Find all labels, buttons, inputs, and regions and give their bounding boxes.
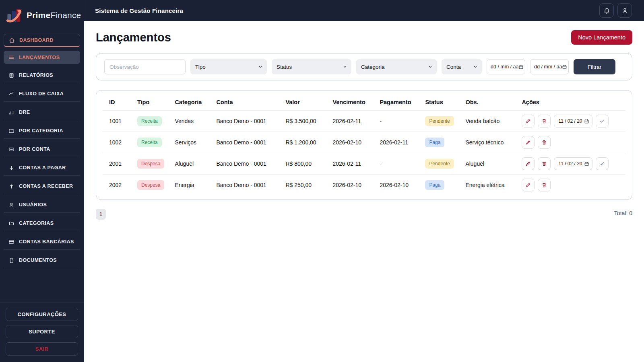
delete-button[interactable] [538,136,551,149]
trash-icon [541,140,547,145]
pay-date-value: 11 / 02 / 20 [558,161,582,167]
type-badge: Despesa [137,159,164,169]
account-select-value: Conta [446,64,461,70]
delete-button[interactable] [538,179,551,191]
filter-button[interactable]: Filtrar [574,59,615,74]
topbar-actions [599,3,632,18]
delete-button[interactable] [538,157,551,170]
trash-icon [541,161,547,167]
sidebar-item-label: CONTAS A PAGAR [19,165,66,171]
sidebar-item-relatorios[interactable]: RELATÓRIOS [4,68,80,83]
pencil-icon [525,182,531,188]
cell-conta: Banco Demo - 0001 [210,132,279,153]
col-obs: Obs. [459,93,515,111]
cell-id: 1001 [103,111,131,132]
chevron-down-icon [343,64,347,69]
status-badge: Paga [425,138,444,147]
logout-button[interactable]: SAIR [6,342,78,356]
cell-pagamento: 2026-02-10 [373,175,419,196]
type-badge: Despesa [137,180,164,190]
notifications-button[interactable] [599,3,614,18]
bell-icon [603,7,610,14]
pay-date-input[interactable]: 11 / 02 / 20 [554,115,592,128]
sidebar-item-contas-a-pagar[interactable]: CONTAS A PAGAR [4,160,80,176]
sidebar-item-fluxo-de-caixa[interactable]: FLUXO DE CAIXA [4,86,80,102]
account-select[interactable]: Conta [442,59,482,74]
home-icon [9,37,15,43]
confirm-payment-button[interactable] [596,157,609,170]
calendar-icon [584,119,589,124]
row-actions: 11 / 02 / 20 [522,157,621,170]
list-icon [8,54,14,60]
date-to-input[interactable]: dd / mm / aa [530,59,569,74]
cell-id: 2001 [103,153,131,175]
confirm-payment-button[interactable] [596,115,609,128]
delete-button[interactable] [538,115,551,128]
topbar: Sistema de Gestão Financeira [84,0,644,21]
sidebar-item-por-conta[interactable]: POR CONTA [4,142,80,157]
table-row: 1002 Receita Serviços Banco Demo - 0001 … [103,132,625,153]
sidebar-item-dashboard[interactable]: DASHBOARD [4,34,80,47]
type-select-value: Tipo [195,64,206,70]
sidebar-item-label: DRE [19,109,30,115]
chevron-down-icon [428,64,433,69]
new-entry-button[interactable]: Novo Lançamento [571,30,632,45]
edit-button[interactable] [522,157,535,170]
cell-vencimento: 2026-02-10 [326,132,373,153]
trash-icon [541,182,547,188]
date-to-value: dd / mm / aa [534,64,562,70]
category-select-value: Categoria [361,64,385,70]
status-select-value: Status [277,64,292,70]
sidebar-item-label: POR CATEGORIA [19,128,63,134]
cell-pagamento: - [373,153,419,175]
col-conta: Conta [210,93,279,111]
pagination-page-1[interactable]: 1 [96,209,106,220]
report-icon [8,72,14,78]
sidebar-item-label: RELATÓRIOS [19,72,53,78]
sidebar-item-label: LANÇAMENTOS [19,55,60,60]
sidebar-item-lancamentos[interactable]: LANÇAMENTOS [4,51,80,64]
sidebar-item-usuarios[interactable]: USUÁRIOS [4,197,80,213]
sidebar-item-categorias[interactable]: CATEGORIAS [4,216,80,231]
brand-name-bold: Prime [27,10,50,20]
settings-button[interactable]: CONFIGURAÇÕES [6,308,78,321]
row-actions [522,136,621,149]
check-icon [599,118,605,124]
date-from-input[interactable]: dd / mm / aa [487,59,525,74]
trash-icon [541,118,547,124]
pencil-icon [525,161,531,167]
sidebar-item-por-categoria[interactable]: POR CATEGORIA [4,123,80,139]
sidebar-item-contas-a-receber[interactable]: CONTAS A RECEBER [4,179,80,194]
chevron-down-icon [258,64,263,69]
app-title: Sistema de Gestão Financeira [95,7,183,14]
type-badge: Receita [137,138,162,147]
row-actions [522,179,621,191]
user-menu-button[interactable] [617,3,632,18]
pay-date-input[interactable]: 11 / 02 / 20 [554,157,592,170]
type-select[interactable]: Tipo [190,59,267,74]
edit-button[interactable] [522,136,535,149]
category-select[interactable]: Categoria [356,59,437,74]
table-header-row: ID Tipo Categoria Conta Valor Vencimento… [103,93,625,111]
sidebar-item-contas-bancarias[interactable]: CONTAS BANCÁRIAS [4,234,80,250]
cell-vencimento: 2026-02-10 [326,175,373,196]
type-badge: Receita [137,116,162,126]
calendar-icon [562,64,567,70]
cell-conta: Banco Demo - 0001 [210,111,279,132]
sidebar-item-documentos[interactable]: DOCUMENTOS [4,253,80,268]
folder-icon [8,128,14,134]
chevron-down-icon [473,64,478,69]
cell-pagamento: 2026-02-11 [373,132,419,153]
status-select[interactable]: Status [272,59,351,74]
observation-input[interactable] [104,59,186,74]
cell-obs: Energia elétrica [459,175,515,196]
cell-id: 2002 [103,175,131,196]
col-tipo: Tipo [131,93,168,111]
edit-button[interactable] [522,115,535,128]
support-button[interactable]: SUPORTE [6,325,78,338]
sidebar-item-dre[interactable]: DRE [4,105,80,120]
cell-valor: R$ 3.500,00 [279,111,326,132]
col-acoes: Ações [515,93,625,111]
edit-button[interactable] [522,179,535,191]
brand-logo-icon [6,6,23,24]
